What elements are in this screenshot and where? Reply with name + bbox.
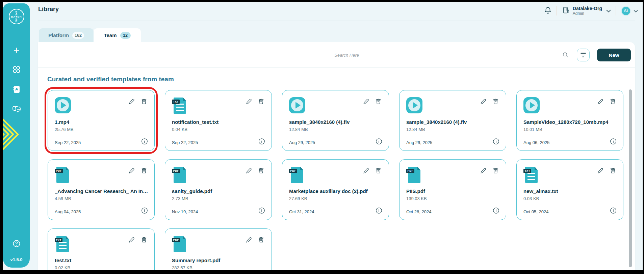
sidebar-item-chat[interactable]	[3, 106, 30, 115]
sidebar-item-add[interactable]: +	[3, 45, 30, 56]
edit-icon[interactable]	[246, 98, 252, 106]
delete-icon[interactable]	[258, 167, 264, 175]
card-actions	[129, 98, 147, 106]
header-actions: Datalake-Org Admin SI	[544, 4, 638, 17]
avatar: SI	[621, 6, 631, 16]
file-name: sample_3840x2160 (4).flv	[289, 119, 383, 125]
info-icon[interactable]	[141, 138, 148, 146]
section-heading: Curated and verified templates from team	[47, 76, 174, 83]
file-card[interactable]: sample_3840x2160 (4).flv 12.84 MB Aug 29…	[282, 90, 389, 151]
edit-icon[interactable]	[246, 167, 252, 175]
file-name: _Advancing Cancer Research_ An Interdi..…	[55, 188, 148, 194]
edit-icon[interactable]	[363, 98, 369, 106]
delete-icon[interactable]	[610, 167, 616, 175]
file-size: 0.04 KB	[172, 127, 187, 132]
tab-platform[interactable]: Platform 162	[39, 28, 94, 42]
toolbar: New	[38, 42, 635, 67]
file-card[interactable]: PDF Marketplace auxillary doc (2).pdf 27…	[282, 159, 389, 220]
edit-icon[interactable]	[597, 167, 604, 175]
scrollbar-thumb[interactable]	[629, 89, 632, 267]
edit-icon[interactable]	[129, 167, 135, 175]
filter-icon	[581, 53, 586, 54]
file-size: 282.57 KB	[172, 265, 192, 270]
card-actions	[129, 167, 147, 175]
info-icon[interactable]	[141, 207, 148, 215]
delete-icon[interactable]	[610, 98, 616, 106]
delete-icon[interactable]	[258, 98, 264, 106]
info-icon[interactable]	[610, 207, 617, 215]
delete-icon[interactable]	[492, 98, 499, 106]
file-size: 12.84 MB	[406, 127, 425, 132]
edit-icon[interactable]	[129, 237, 135, 244]
notification-bell-icon[interactable]	[544, 6, 552, 16]
tab-count-badge: 162	[72, 32, 84, 39]
info-icon[interactable]	[258, 207, 265, 215]
info-icon[interactable]	[376, 207, 382, 215]
file-card[interactable]: PDF sanity_guide.pdf 2.73 MB Nov 19, 202…	[165, 159, 272, 220]
delete-icon[interactable]	[141, 167, 147, 175]
sidebar-help-button[interactable]	[3, 240, 30, 249]
file-name: 1.mp4	[55, 119, 148, 125]
file-card[interactable]: TXT notification_test.txt 0.04 KB Sep 22…	[165, 90, 272, 151]
delete-icon[interactable]	[375, 167, 382, 175]
delete-icon[interactable]	[141, 98, 147, 106]
info-icon[interactable]	[610, 138, 617, 146]
file-date: Sep 22, 2025	[55, 140, 81, 145]
file-size: 0.03 KB	[523, 196, 539, 201]
file-name: Summary report.pdf	[172, 257, 265, 263]
delete-icon[interactable]	[492, 167, 499, 175]
file-card[interactable]: PDF _Advancing Cancer Research_ An Inter…	[48, 159, 155, 220]
search-input[interactable]	[334, 50, 569, 60]
edit-icon[interactable]	[363, 167, 369, 175]
delete-icon[interactable]	[375, 98, 382, 106]
plus-icon: +	[14, 45, 20, 56]
delete-icon[interactable]	[258, 237, 264, 244]
info-icon[interactable]	[376, 138, 382, 146]
info-icon[interactable]	[258, 138, 265, 146]
file-card[interactable]: TXT new_almax.txt 0.03 KB Oct 05, 2024	[516, 159, 623, 220]
search-box	[334, 50, 569, 61]
edit-icon[interactable]	[480, 98, 487, 106]
file-size: 4.59 MB	[55, 196, 71, 201]
file-size: 0.02 KB	[55, 265, 70, 270]
file-card[interactable]: PDF PIIS.pdf 139.03 KB Oct 28, 2024	[399, 159, 506, 220]
file-date: Nov 19, 2024	[172, 209, 198, 214]
file-card[interactable]: 1.mp4 25.76 MB Sep 22, 2025	[48, 90, 155, 151]
delete-icon[interactable]	[141, 237, 147, 244]
file-type-icon	[55, 97, 71, 113]
info-icon[interactable]	[493, 207, 499, 215]
file-type-badge: TXT	[55, 238, 62, 242]
file-name: sanity_guide.pdf	[172, 188, 265, 194]
new-button[interactable]: New	[597, 49, 631, 61]
file-card[interactable]: sample_3840x2160 (4).flv 12.84 MB Aug 29…	[399, 90, 506, 151]
sidebar-item-library[interactable]	[3, 85, 30, 95]
tab-label: Platform	[48, 32, 69, 38]
file-size: 25.76 MB	[55, 127, 74, 132]
bayer-logo-icon: BAYER BAYER	[9, 9, 24, 24]
tab-bar: Platform 162 Team 12	[39, 28, 141, 42]
edit-icon[interactable]	[246, 237, 252, 244]
file-date: Oct 05, 2024	[523, 209, 548, 214]
card-actions	[480, 167, 499, 175]
chat-bubbles-icon	[12, 106, 21, 115]
edit-icon[interactable]	[480, 167, 487, 175]
content-panel: New Curated and verified templates from …	[38, 42, 635, 270]
filter-button[interactable]	[577, 49, 590, 61]
card-actions	[246, 98, 264, 106]
card-actions	[597, 98, 616, 106]
file-type-icon: PDF	[55, 166, 71, 183]
file-card[interactable]: PDF Summary report.pdf 282.57 KB	[165, 228, 272, 270]
file-type-icon: TXT	[55, 236, 71, 252]
org-switcher[interactable]: Datalake-Org Admin	[562, 6, 611, 16]
file-card[interactable]: SampleVideo_1280x720_10mb.mp4 10.01 MB A…	[516, 90, 623, 151]
user-menu[interactable]: SI	[621, 6, 638, 16]
info-icon[interactable]	[493, 138, 499, 146]
card-actions	[363, 167, 382, 175]
sidebar-item-apps[interactable]	[3, 65, 30, 75]
edit-icon[interactable]	[597, 98, 604, 106]
file-name: sample_3840x2160 (4).flv	[406, 119, 500, 125]
file-name: test.txt	[55, 257, 148, 263]
file-card[interactable]: TXT test.txt 0.02 KB	[48, 228, 155, 270]
tab-team[interactable]: Team 12	[94, 28, 141, 42]
edit-icon[interactable]	[129, 98, 135, 106]
